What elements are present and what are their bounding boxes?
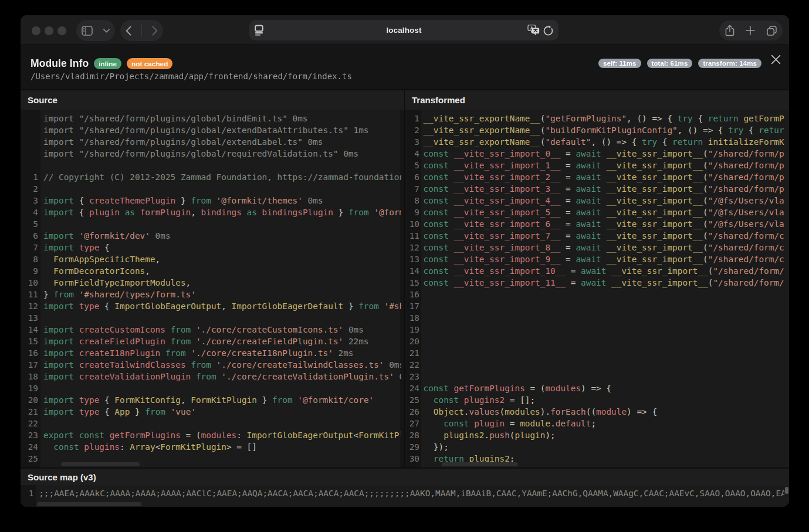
code-text: } from '#shared/types/form.ts': [38, 289, 196, 300]
code-text: [419, 336, 424, 347]
code-panes: Source import "/shared/form/plugins/glob…: [21, 89, 789, 467]
module-info-header: Module Info inline not cached /Users/vla…: [21, 45, 789, 89]
sidebar-menu-button[interactable]: [103, 29, 110, 33]
source-code-line: 11} from '#shared/types/form.ts': [21, 289, 401, 300]
share-button[interactable]: [725, 25, 734, 36]
transformed-horizontal-scrollbar[interactable]: [442, 462, 518, 466]
sourcemap-horizontal-scrollbar[interactable]: [37, 502, 141, 506]
line-number: 2: [405, 124, 419, 136]
transform-time-badge: transform: 14ms: [698, 59, 761, 68]
line-number: 18: [405, 312, 419, 324]
line-number: 11: [21, 289, 38, 300]
code-text: [38, 312, 43, 324]
code-text: import type { ImportGlobEagerOutput, Imp…: [38, 300, 401, 312]
code-text: const __vite_ssr_import_4__ = await __vi…: [419, 195, 784, 206]
code-text: __vite_ssr_exportName__("default", () =>…: [419, 136, 784, 148]
transformed-pane-title: Transformed: [412, 95, 465, 105]
code-text: const __vite_ssr_import_1__ = await __vi…: [419, 160, 784, 171]
translate-button[interactable]: [527, 24, 540, 36]
reload-icon: [543, 25, 554, 36]
line-number: 10: [21, 277, 38, 289]
source-code-line: 8 FormAppSpecificTheme,: [21, 253, 401, 265]
code-text: const __vite_ssr_import_6__ = await __vi…: [419, 218, 784, 230]
line-number: 7: [405, 183, 419, 195]
desktop: localhost: [0, 0, 809, 532]
code-text: __vite_ssr_exportName__("buildFormKitPlu…: [419, 124, 784, 136]
total-time-badge: total: 61ms: [647, 59, 693, 68]
transformed-code-line: 26 Object.values(modules).forEach((modul…: [405, 406, 784, 418]
code-text: [419, 347, 424, 359]
line-number: 9: [405, 206, 419, 218]
line-number: 3: [21, 195, 38, 206]
transformed-code-line: 3__vite_ssr_exportName__("default", () =…: [405, 136, 784, 148]
sourcemap-vertical-scrollbar[interactable]: [785, 487, 788, 494]
forward-button[interactable]: [152, 26, 158, 36]
back-button[interactable]: [126, 26, 131, 36]
code-text: FormFieldTypeImportModules,: [38, 277, 191, 289]
transformed-code-line: 24const getFormPlugins = (modules) => {: [405, 382, 784, 394]
line-number: 10: [405, 218, 419, 230]
code-text: const __vite_ssr_import_10__ = await __v…: [419, 265, 784, 277]
browser-toolbar: localhost: [21, 15, 789, 45]
reload-button[interactable]: [543, 25, 554, 36]
new-tab-button[interactable]: [746, 26, 755, 35]
code-text: [419, 312, 424, 324]
line-number: 17: [405, 300, 419, 312]
source-code-viewport[interactable]: import "/shared/form/plugins/global/bind…: [21, 110, 404, 467]
code-text: FormDecoratorIcons,: [38, 265, 150, 277]
code-text: import createI18nPlugin from './core/cre…: [38, 347, 354, 359]
line-number: 14: [21, 324, 38, 336]
window-close-button[interactable]: [32, 26, 40, 35]
line-number: 11: [405, 230, 419, 242]
window-zoom-button[interactable]: [57, 26, 66, 35]
line-number: 3: [405, 136, 419, 148]
address-bar[interactable]: localhost: [249, 20, 558, 40]
transformed-code-line: 5const __vite_ssr_import_1__ = await __v…: [405, 160, 784, 171]
line-number: 18: [21, 371, 38, 382]
line-number: 27: [405, 418, 419, 429]
close-button[interactable]: [770, 54, 781, 65]
self-time-badge: self: 11ms: [598, 59, 641, 68]
sidebar-toggle-button[interactable]: [82, 26, 93, 36]
source-code-line: 4import { plugin as formPlugin, bindings…: [21, 206, 401, 218]
not-cached-badge: not cached: [127, 58, 172, 70]
transformed-code-viewport[interactable]: 1__vite_ssr_exportName__("getFormPlugins…: [405, 110, 789, 467]
sidebar-icon: [82, 26, 93, 36]
line-number: 5: [21, 218, 38, 230]
transformed-code-line: 28 plugins2.push(plugin);: [405, 429, 784, 441]
source-horizontal-scrollbar[interactable]: [61, 462, 140, 466]
transformed-code-line: 25 const plugins2 = [];: [405, 394, 784, 406]
sourcemap-line: 1;;;AAEA;AAAkC;AAAA;AAAA;AAAA;AAClC;AAEA…: [21, 487, 784, 499]
code-text: import { plugin as formPlugin, bindings …: [38, 206, 401, 218]
line-number: 17: [21, 359, 38, 371]
source-code-line: 15import createFieldPlugin from './core/…: [21, 336, 401, 347]
code-text: const __vite_ssr_import_2__ = await __vi…: [419, 171, 784, 183]
code-text: const __vite_ssr_import_0__ = await __vi…: [419, 148, 784, 160]
source-code-line: import "/shared/form/plugins/global/bind…: [21, 113, 401, 124]
share-icon: [725, 25, 734, 36]
window-minimize-button[interactable]: [45, 26, 53, 35]
code-text: const __vite_ssr_import_7__ = await __vi…: [419, 230, 784, 242]
code-text: import createValidationPlugin from './co…: [38, 371, 401, 382]
line-number: 19: [21, 382, 38, 394]
source-code-line: 18import createValidationPlugin from './…: [21, 371, 401, 382]
close-icon: [770, 54, 781, 65]
line-number: [21, 113, 38, 124]
source-code-line: import "/shared/form/plugins/global/requ…: [21, 148, 401, 160]
source-code-line: 21import type { App } from 'vue': [21, 406, 401, 418]
line-number: 23: [405, 371, 419, 382]
tab-overview-button[interactable]: [767, 26, 777, 36]
transformed-code-line: 17: [405, 300, 784, 312]
code-text: import createTailwindClasses from './cor…: [38, 359, 401, 371]
source-code-line: 13: [21, 312, 401, 324]
transformed-code-line: 21: [405, 347, 784, 359]
transformed-code-line: 20: [405, 336, 784, 347]
transformed-code-line: 7const __vite_ssr_import_3__ = await __v…: [405, 183, 784, 195]
code-text: Object.values(modules).forEach((module) …: [419, 406, 657, 418]
transformed-code-line: 6const __vite_ssr_import_2__ = await __v…: [405, 171, 784, 183]
line-number: 16: [405, 289, 419, 300]
sourcemap-header: Source map (v3): [21, 467, 789, 485]
sourcemap-viewport[interactable]: 1;;;AAEA;AAAkC;AAAA;AAAA;AAAA;AAClC;AAEA…: [21, 485, 789, 507]
line-number: 1: [21, 487, 34, 499]
line-number: 6: [405, 171, 419, 183]
